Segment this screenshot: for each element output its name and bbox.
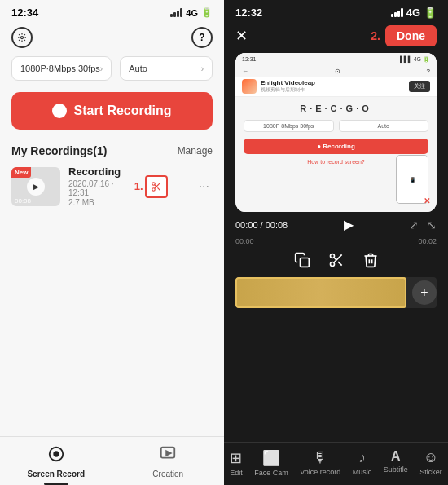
settings-icon[interactable] [11,27,33,48]
done-button[interactable]: Done [385,25,437,46]
screen-record-icon [47,445,65,467]
right-top-actions: 2. Done [371,25,437,46]
scissors-icon[interactable] [145,175,168,198]
more-options-button[interactable]: ··· [195,179,213,194]
toolbar-voice-record[interactable]: 🎙 Voice record [300,449,340,477]
sticker-label: Sticker [419,468,442,476]
battery-icon: 🔋 [201,7,213,18]
creation-label: Creation [152,470,183,478]
timeline-track-container: + [235,277,437,308]
step1-label: 1. [134,180,143,192]
scale-right: 00:02 [418,237,437,245]
preview-record-button: ● Recording [244,139,428,154]
step2-label: 2. [371,29,380,42]
signal-icon [170,8,182,17]
right-battery-icon: 🔋 [424,7,437,19]
track-border [235,277,406,308]
left-status-icons: 4G 🔋 [170,7,213,18]
recording-name: Recording [68,165,126,178]
right-status-icons: 4G 🔋 [391,7,437,19]
svg-line-4 [157,187,160,190]
svg-point-12 [330,262,334,267]
music-label: Music [353,468,372,476]
subtitle-label: Subtitle [384,465,408,474]
play-icon[interactable]: ▶ [27,178,45,196]
preview-follow-button[interactable]: 关注 [409,81,430,92]
timeline-icons: ⤢ ⤡ [409,218,437,231]
timeline-track [235,277,437,308]
preview-option2: Auto [339,120,429,132]
left-time: 12:34 [11,7,38,19]
recording-date: 2020.07.16 · 12:31 [68,179,126,197]
my-recordings-header: My Recordings(1) Manage [0,144,224,165]
right-bottom-toolbar: ⊞ Edit ⬜ Face Cam 🎙 Voice record ♪ Music… [224,442,448,485]
recording-info: Recording 2020.07.16 · 12:31 2.7 MB [68,165,126,207]
preview-signal: ▌▌▌ 4G 🔋 [400,56,430,63]
toolbar-music[interactable]: ♪ Music [353,449,372,477]
recording-list-item: New ▶ 00:08 Recording 2020.07.16 · 12:31… [0,165,224,207]
svg-point-1 [152,182,155,185]
preview-option1: 1080P·8Mbps·30fps [244,120,334,132]
toolbar-sticker[interactable]: ☺ Sticker [419,449,442,477]
duration-label: 00:08 [15,197,31,205]
timeline-scale: 00:00 00:02 [224,237,448,247]
right-signal-icon [391,8,403,17]
toolbar-face-cam[interactable]: ⬜ Face Cam [254,449,288,477]
preview-options-row: 1080P·8Mbps·30fps Auto [235,117,437,135]
face-cam-label: Face Cam [254,469,288,477]
right-status-bar: 12:32 4G 🔋 [224,0,448,22]
resolution-chevron: › [100,64,103,73]
record-dot-icon [52,104,67,118]
svg-point-7 [54,452,59,456]
start-recording-label: Start Recording [73,104,171,118]
preview-status-bar: 12:31 ▌▌▌ 4G 🔋 [235,53,437,66]
mode-option[interactable]: Auto › [120,56,213,81]
close-button[interactable]: ✕ [235,27,248,45]
recording-thumbnail[interactable]: New ▶ 00:08 [11,167,60,206]
preview-inner: 12:31 ▌▌▌ 4G 🔋 ← ⊙ ? Enlight Videoleap 视… [235,53,437,212]
svg-point-11 [330,254,334,258]
left-panel: 12:34 4G 🔋 ? 1080P·8Mbps·30fps › [0,0,224,485]
svg-marker-9 [166,451,171,456]
copy-tool-button[interactable] [294,252,310,272]
voice-record-icon: 🎙 [313,449,327,466]
preview-title: R·E·C·G·O [235,97,437,117]
my-recordings-title: My Recordings(1) [11,144,107,157]
nav-creation[interactable]: Creation [112,437,225,485]
help-icon[interactable]: ? [191,27,213,48]
svg-line-5 [154,184,156,186]
left-status-bar: 12:34 4G 🔋 [0,0,224,22]
cut-tool-button[interactable] [328,252,345,272]
preview-options-icon: ⊙ [335,68,340,75]
right-network-type: 4G [406,7,420,19]
resolution-label: 1080P·8Mbps·30fps [20,64,100,73]
preview-app-sub: 视频剪辑与后期制作 [261,86,405,94]
toolbar-edit[interactable]: ⊞ Edit [230,449,243,477]
preview-back-icon: ← [242,68,248,75]
start-recording-button[interactable]: Start Recording [11,92,213,130]
right-panel: 12:32 4G 🔋 ✕ 2. Done 12:31 ▌▌▌ 4G 🔋 [224,0,448,485]
voice-record-label: Voice record [300,468,340,476]
mode-label: Auto [129,64,147,73]
creation-icon [159,445,177,467]
preview-app-header: Enlight Videoleap 视频剪辑与后期制作 关注 [235,77,437,97]
preview-help-icon: ? [427,68,430,75]
svg-point-0 [21,37,24,39]
expand-icon[interactable]: ⤡ [427,218,437,231]
music-icon: ♪ [358,449,366,466]
toolbar-subtitle[interactable]: A Subtitle [384,449,408,477]
add-clip-button[interactable]: + [412,280,437,305]
scale-left: 00:00 [235,237,254,245]
app-icon [242,79,257,94]
face-cam-icon: ⬜ [262,449,280,467]
svg-rect-10 [300,258,309,267]
fullscreen-icon[interactable]: ⤢ [409,218,419,231]
timeline-play-button[interactable]: ▶ [344,217,354,232]
left-options: 1080P·8Mbps·30fps › Auto › [0,56,224,81]
right-top-bar: ✕ 2. Done [224,22,448,53]
resolution-option[interactable]: 1080P·8Mbps·30fps › [11,56,112,81]
nav-screen-record[interactable]: Screen Record [0,437,112,485]
manage-button[interactable]: Manage [178,145,213,157]
edit-icon: ⊞ [230,449,242,467]
delete-tool-button[interactable] [362,252,379,272]
